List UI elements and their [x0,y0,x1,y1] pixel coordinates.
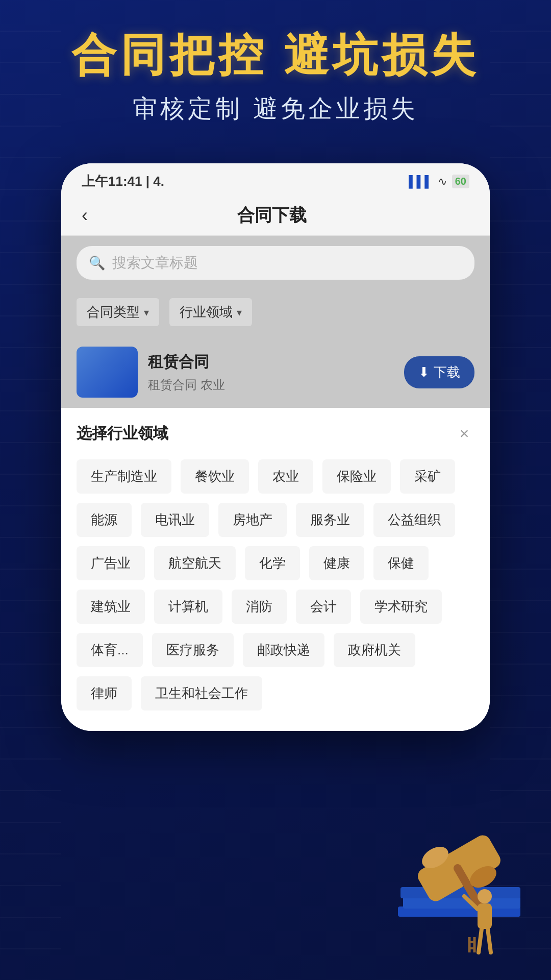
industry-tag-social-work[interactable]: 卫生和社会工作 [141,676,262,710]
panel-close-button[interactable]: × [454,424,474,444]
industry-tag-computer[interactable]: 计算机 [154,590,222,624]
status-time: 上午11:41 | 4. [82,173,164,190]
search-box[interactable]: 🔍 搜索文章标题 [77,246,474,280]
download-button[interactable]: ⬇ 下载 [404,356,474,388]
page-title: 合同下载 [100,204,444,227]
download-icon: ⬇ [418,364,430,380]
industry-tag-advertising[interactable]: 广告业 [77,546,145,580]
signal-icon: ▌▌▌ [409,175,433,188]
contract-tags: 租赁合同 农业 [148,377,394,393]
hero-title: 合同把控 避坑损失 [41,31,510,80]
panel-header: 选择行业领域 × [77,423,474,444]
industry-tag-research[interactable]: 学术研究 [360,590,442,624]
industry-tag-construction[interactable]: 建筑业 [77,590,145,624]
industry-tag-insurance[interactable]: 保险业 [322,459,391,494]
search-placeholder: 搜索文章标题 [112,253,198,273]
bookshelf-right-decoration [490,0,551,980]
download-label: 下载 [434,363,460,381]
filter-contract-type[interactable]: 合同类型 ▾ [77,298,159,326]
industry-tag-lawyer[interactable]: 律师 [77,676,132,710]
hero-subtitle: 审核定制 避免企业损失 [41,92,510,125]
contract-info: 租赁合同 租赁合同 农业 [148,352,394,393]
bookshelf-left-decoration [0,0,61,980]
industry-tag-energy[interactable]: 能源 [77,503,132,537]
contract-thumbnail [77,347,138,398]
search-area: 🔍 搜索文章标题 [61,236,490,290]
battery-icon: 60 [452,175,469,188]
back-button[interactable]: ‹ [82,205,88,226]
filter-industry-arrow: ▾ [237,306,242,318]
industry-tag-service[interactable]: 服务业 [296,503,364,537]
industry-tag-agriculture[interactable]: 农业 [258,459,313,494]
status-icons: ▌▌▌ ∿ 60 [409,175,469,188]
industry-tag-realestate[interactable]: 房地产 [218,503,287,537]
industry-tag-nonprofit[interactable]: 公益组织 [373,503,455,537]
industry-tag-firefighting[interactable]: 消防 [232,590,287,624]
industry-tag-catering[interactable]: 餐饮业 [181,459,249,494]
contract-title: 租赁合同 [148,352,394,373]
industry-tag-health[interactable]: 健康 [309,546,364,580]
contract-item: 租赁合同 租赁合同 农业 ⬇ 下载 [61,336,490,408]
hero-section: 合同把控 避坑损失 审核定制 避免企业损失 [0,31,551,125]
filter-contract-type-arrow: ▾ [144,306,149,318]
industry-tag-medical[interactable]: 医疗服务 [152,633,234,667]
filter-industry[interactable]: 行业领域 ▾ [169,298,252,326]
filter-contract-type-label: 合同类型 [87,303,140,321]
industry-tag-manufacturing[interactable]: 生产制造业 [77,459,171,494]
industry-tag-government[interactable]: 政府机关 [334,633,415,667]
industry-panel: 选择行业领域 × 生产制造业 餐饮业 农业 保险业 采矿 能源 电讯业 [61,408,490,731]
industry-tag-telecom[interactable]: 电讯业 [141,503,209,537]
filter-row: 合同类型 ▾ 行业领域 ▾ [61,290,490,336]
industry-tag-postal[interactable]: 邮政快递 [243,633,324,667]
search-icon: 🔍 [89,255,105,271]
panel-title: 选择行业领域 [77,423,168,444]
industry-tag-chemistry[interactable]: 化学 [245,546,300,580]
filter-industry-label: 行业领域 [180,303,233,321]
status-bar: 上午11:41 | 4. ▌▌▌ ∿ 60 [61,163,490,195]
industry-tag-aerospace[interactable]: 航空航天 [154,546,236,580]
industry-tag-sports[interactable]: 体育... [77,633,143,667]
industry-tag-mining[interactable]: 采矿 [400,459,455,494]
nav-bar: ‹ 合同下载 [61,195,490,236]
industry-tag-healthcare[interactable]: 保健 [373,546,429,580]
industry-tags-grid: 生产制造业 餐饮业 农业 保险业 采矿 能源 电讯业 房地产 [77,459,474,710]
wifi-icon: ∿ [438,175,447,188]
phone-mockup: 上午11:41 | 4. ▌▌▌ ∿ 60 ‹ 合同下载 🔍 搜索文章标题 合同… [61,163,490,731]
industry-tag-accounting[interactable]: 会计 [296,590,351,624]
